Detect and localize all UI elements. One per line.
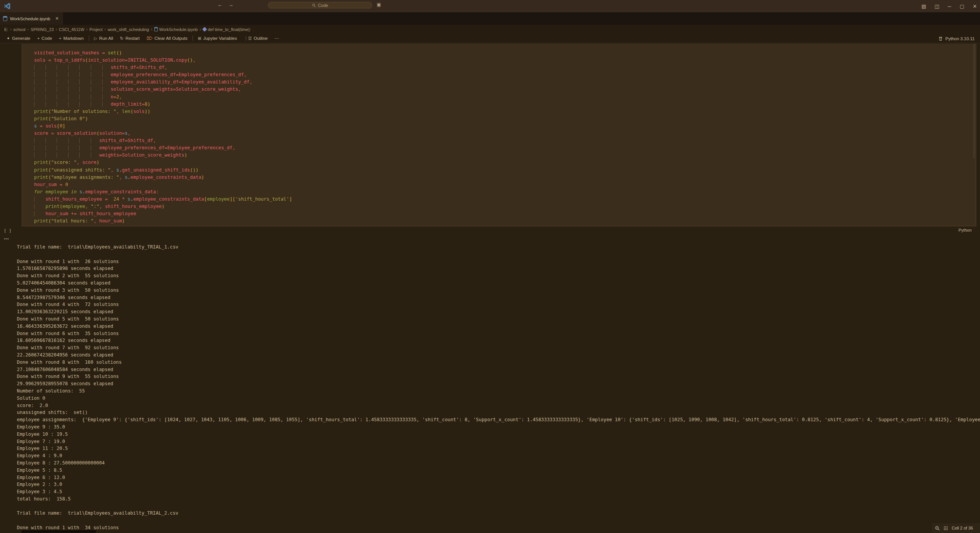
kernel-picker[interactable]: Python 3.10.11 xyxy=(938,34,975,43)
toolbar-divider xyxy=(193,36,193,41)
code-line[interactable]: employee_preferences_df=Employee_prefere… xyxy=(34,71,292,78)
breadcrumb-item[interactable]: Project xyxy=(90,27,103,32)
code-line[interactable]: s = sols[0] xyxy=(34,123,292,130)
nav-forward-button[interactable]: → xyxy=(228,2,234,8)
add-code-label: Code xyxy=(42,36,52,41)
output-line: 13.002936363220215 seconds elapsed xyxy=(17,308,980,316)
cell-position-indicator: Cell 2 of 36 xyxy=(952,526,973,530)
breadcrumb-item[interactable]: school xyxy=(13,27,26,32)
code-line[interactable]: shift_hours_employee = 24 * s.employee_c… xyxy=(34,196,292,203)
cell-footer: [ ] Python xyxy=(0,227,980,236)
output-line: Employee 6 : 12.0 xyxy=(17,474,980,481)
breadcrumb-item[interactable]: def time_to_float(time): xyxy=(203,27,251,32)
output-line: Done with round 2 with 55 solutions xyxy=(17,272,980,280)
code-line[interactable]: print("Solution 0") xyxy=(34,115,292,123)
cell-output[interactable]: Trial file name: trial\Employees_availab… xyxy=(17,244,980,533)
breadcrumb-separator: › xyxy=(86,27,87,31)
customize-layout-icon[interactable]: ◫ xyxy=(934,3,939,9)
output-line xyxy=(17,251,980,258)
breadcrumb-item[interactable]: WorkSchedule.ipynb xyxy=(154,27,198,32)
title-bar: ← → Code ▣ ▤ ◫ ─ ▢ ✕ xyxy=(0,0,980,12)
breadcrumb-item[interactable]: SPRING_23 xyxy=(31,27,54,32)
run-all-button[interactable]: ▷ Run All xyxy=(91,34,117,43)
output-line: 16.464336395263672 seconds elapsed xyxy=(17,323,980,330)
execution-count: [ ] xyxy=(4,228,11,233)
code-lines[interactable]: visited_solution_hashes = set()sols = to… xyxy=(34,49,292,225)
code-line[interactable]: visited_solution_hashes = set() xyxy=(34,49,292,57)
clear-outputs-icon: ⌦ xyxy=(147,36,153,41)
run-all-icon: ▷ xyxy=(94,36,97,41)
cell-language-picker[interactable]: Python xyxy=(959,228,972,232)
code-line[interactable]: weights=Solution_score_weights) xyxy=(34,152,292,159)
output-line: Trial file name: trial\Employees_availab… xyxy=(17,244,980,251)
code-line[interactable]: solution_score_weights=Solution_score_we… xyxy=(34,86,292,93)
code-line[interactable]: hour_sum = 0 xyxy=(34,181,292,188)
output-line: Employee 5 : 8.5 xyxy=(17,467,980,474)
code-line[interactable]: shifts_df=Shifts_df, xyxy=(34,137,292,144)
outline-icon: ⋮☰ xyxy=(244,36,252,41)
add-markdown-cell-button[interactable]: + Markdown xyxy=(56,34,87,43)
breadcrumb-item[interactable]: CSCI_4511W xyxy=(59,27,84,32)
output-line: Done with round 9 with 55 solutions xyxy=(17,373,980,380)
more-actions-button[interactable]: ⋯ xyxy=(271,34,283,43)
jupyter-variables-label: Jupyter Variables xyxy=(203,36,237,41)
tab-workschedule[interactable]: WorkSchedule.ipynb ✕ xyxy=(0,12,63,25)
code-line[interactable]: hour_sum += shift_hours_employee xyxy=(34,210,292,217)
variables-icon: ⊞ xyxy=(198,36,201,41)
breadcrumb-separator: › xyxy=(10,27,11,31)
code-line[interactable]: print("score: ", score) xyxy=(34,159,292,166)
breadcrumb[interactable]: E:›school›SPRING_23›CSCI_4511W›Project›w… xyxy=(0,25,980,34)
grid-icon[interactable] xyxy=(943,526,948,531)
output-collapse-handle[interactable]: ⋯ xyxy=(4,236,9,242)
tab-close-icon[interactable]: ✕ xyxy=(55,16,59,21)
command-center-search[interactable]: Code xyxy=(268,2,372,8)
output-horizontal-scrollbar[interactable] xyxy=(21,530,96,533)
generate-button[interactable]: ✦ Generate xyxy=(3,34,34,43)
breadcrumb-item[interactable]: work_shift_scheduling xyxy=(108,27,149,32)
code-line[interactable]: print("total hours: ", hour_sum) xyxy=(34,217,292,225)
output-line: Employee 2 : 3.0 xyxy=(17,481,980,488)
window-minimize-button[interactable]: ─ xyxy=(948,3,951,9)
window-maximize-button[interactable]: ▢ xyxy=(960,3,964,9)
notebook-status-overlay: Cell 2 of 36 xyxy=(932,523,980,533)
outline-button[interactable]: ⋮☰ Outline xyxy=(240,34,271,43)
output-line: Employee 10 : 19.5 xyxy=(17,431,980,438)
toolbar-divider xyxy=(89,36,89,41)
breadcrumb-item[interactable]: E: xyxy=(4,27,8,32)
jupyter-variables-button[interactable]: ⊞ Jupyter Variables xyxy=(194,34,240,43)
code-line[interactable]: sols = top_n_iddfs(init_solution=INITIAL… xyxy=(34,57,292,64)
output-line: unassigned shifts: set() xyxy=(17,409,980,416)
tab-bar: WorkSchedule.ipynb ✕ xyxy=(0,12,980,25)
output-line: 1.5701665878295898 seconds elapsed xyxy=(17,265,980,272)
code-line[interactable]: print(employee, ":", shift_hours_employe… xyxy=(34,203,292,210)
toggle-panel-icon[interactable]: ▤ xyxy=(921,3,926,9)
copilot-chat-icon[interactable]: ▣ xyxy=(377,2,381,7)
output-line: Employee 4 : 9.0 xyxy=(17,452,980,459)
output-line: Employee 3 : 4.5 xyxy=(17,488,980,495)
code-line[interactable]: employee_availability_df=Employee_availa… xyxy=(34,78,292,86)
restart-button[interactable]: ↻ Restart xyxy=(117,34,143,43)
cell-scrollbar[interactable] xyxy=(973,44,975,159)
nav-back-button[interactable]: ← xyxy=(217,2,223,8)
sparkle-icon: ✦ xyxy=(7,36,10,41)
code-line[interactable]: print("Number of solutions: ", len(sols)… xyxy=(34,108,292,115)
vscode-logo-icon xyxy=(3,2,11,10)
zoom-out-icon[interactable] xyxy=(935,526,940,531)
code-line[interactable]: print("unassigned shifts: ", s.get_unass… xyxy=(34,167,292,174)
add-code-cell-button[interactable]: + Code xyxy=(34,34,56,43)
code-line[interactable]: for employee in s.employee_constraints_d… xyxy=(34,188,292,196)
code-line[interactable]: n=2, xyxy=(34,93,292,101)
clear-all-outputs-button[interactable]: ⌦ Clear All Outputs xyxy=(143,34,191,43)
output-line: 8.544723987579346 seconds elapsed xyxy=(17,294,980,301)
clear-outputs-label: Clear All Outputs xyxy=(154,36,187,41)
code-line[interactable]: employee_preferences_df=Employee_prefere… xyxy=(34,144,292,152)
code-cell[interactable]: visited_solution_hashes = set()sols = to… xyxy=(22,44,976,226)
output-line: Done with round 1 with 34 solutions xyxy=(17,524,980,531)
code-line[interactable]: shifts_df=Shifts_df, xyxy=(34,64,292,71)
code-line[interactable]: score = score_solution(solution=s, xyxy=(34,130,292,137)
output-line: total hours: 158.5 xyxy=(17,495,980,503)
code-line[interactable]: depth_limit=8) xyxy=(34,101,292,108)
window-close-button[interactable]: ✕ xyxy=(973,3,977,9)
code-line[interactable]: print("employee assignments: ", s.employ… xyxy=(34,174,292,181)
output-line: score: 2.0 xyxy=(17,402,980,409)
